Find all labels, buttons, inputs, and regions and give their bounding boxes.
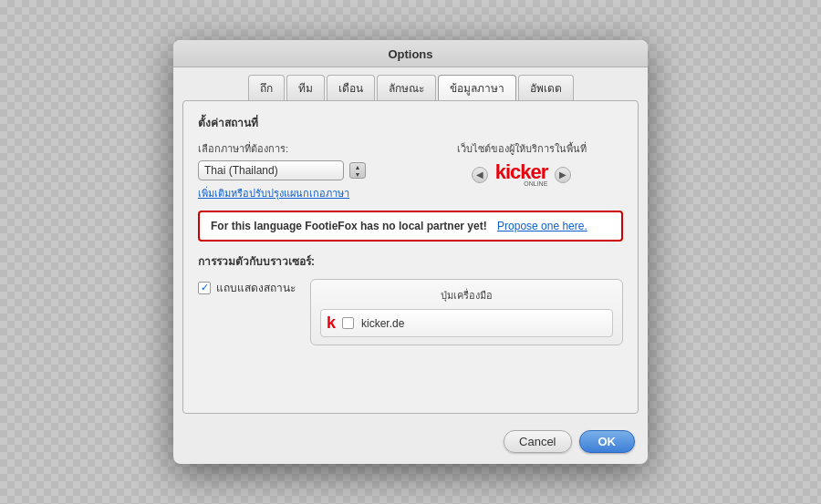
- partner-next-button[interactable]: ▶: [555, 167, 571, 183]
- toolbar-item-label: kicker.de: [361, 317, 404, 330]
- language-left: เลือกภาษาที่ต้องการ: Thai (Thailand) ▲ ▼…: [198, 140, 401, 201]
- warning-box: For this language FootieFox has no local…: [198, 211, 623, 242]
- dialog-title: Options: [173, 40, 648, 67]
- language-label: เลือกภาษาที่ต้องการ:: [198, 140, 401, 157]
- propose-link[interactable]: Propose one here.: [497, 220, 587, 232]
- partner-nav: ◀ kicker ONLINE ▶: [472, 162, 572, 187]
- kicker-small-logo: k: [327, 314, 335, 333]
- kicker-logo-area: kicker ONLINE: [495, 162, 548, 187]
- partner-label: เว็บไซต์ของผู้ให้บริการในพื้นที่: [457, 140, 587, 157]
- show-toolbar-label: แถบแสดงสถานะ: [216, 279, 296, 296]
- cancel-button[interactable]: Cancel: [504, 430, 571, 453]
- toolbar-item-checkbox[interactable]: [342, 317, 354, 329]
- add-language-link[interactable]: เพิ่มเติมหรือปรับปรุงแผนกเกอภาษา: [198, 185, 401, 201]
- options-dialog: Options ถึก ทีม เดือน ลักษณะ ข้อมูลภาษา …: [173, 40, 648, 464]
- tab-update[interactable]: อัพเดต: [518, 75, 574, 100]
- browser-section: การรวมตัวกับบราวเซอร์: แถบแสดงสถานะ ปุ่ม…: [198, 252, 623, 345]
- show-toolbar-checkbox[interactable]: [198, 282, 211, 294]
- tab-team[interactable]: ทีม: [286, 75, 325, 100]
- title-text: Options: [388, 47, 432, 61]
- tab-month[interactable]: เดือน: [327, 75, 375, 100]
- browser-section-title: การรวมตัวกับบราวเซอร์:: [198, 252, 623, 270]
- spacer: [198, 345, 623, 400]
- tab-general[interactable]: ถึก: [248, 75, 285, 100]
- language-select[interactable]: Thai (Thailand): [198, 160, 344, 180]
- section-defaults-title: ตั้งค่าสถานที่: [198, 114, 623, 131]
- kicker-logo: kicker: [495, 162, 548, 182]
- select-stepper[interactable]: ▲ ▼: [349, 162, 366, 179]
- partner-prev-button[interactable]: ◀: [472, 167, 488, 183]
- main-content: ตั้งค่าสถานที่ เลือกภาษาที่ต้องการ: Thai…: [182, 100, 639, 414]
- tab-language[interactable]: ข้อมูลภาษา: [438, 75, 516, 100]
- toolbar-item: k kicker.de: [320, 309, 613, 337]
- toolbar-box-title: ปุ่มเครื่องมือ: [320, 287, 613, 303]
- toolbar-box: ปุ่มเครื่องมือ k kicker.de: [310, 279, 623, 345]
- tabs-bar: ถึก ทีม เดือน ลักษณะ ข้อมูลภาษา อัพเดต: [173, 67, 648, 100]
- ok-button[interactable]: OK: [579, 430, 636, 453]
- show-toolbar-row: แถบแสดงสถานะ: [198, 279, 296, 296]
- dialog-buttons: Cancel OK: [173, 423, 648, 464]
- partner-section: เว็บไซต์ของผู้ให้บริการในพื้นที่ ◀ kicke…: [420, 140, 623, 187]
- language-section: เลือกภาษาที่ต้องการ: Thai (Thailand) ▲ ▼…: [198, 140, 623, 201]
- tab-skills[interactable]: ลักษณะ: [377, 75, 436, 100]
- warning-text: For this language FootieFox has no local…: [211, 220, 487, 232]
